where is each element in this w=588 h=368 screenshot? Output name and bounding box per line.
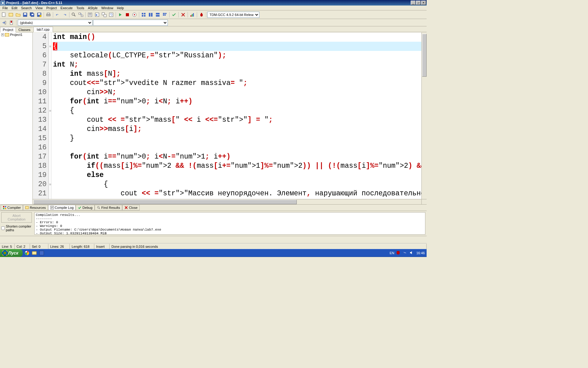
menu-file[interactable]: File bbox=[1, 6, 10, 10]
file-tab-lab7[interactable]: lab7.cpp bbox=[33, 27, 53, 32]
chart-icon[interactable] bbox=[189, 11, 196, 18]
print-icon[interactable] bbox=[45, 11, 52, 18]
task-devcpp-icon[interactable] bbox=[39, 250, 45, 256]
file-tabs: lab7.cpp bbox=[33, 26, 427, 32]
svg-rect-52 bbox=[3, 208, 4, 209]
task-explorer-icon[interactable] bbox=[31, 250, 37, 256]
run-icon[interactable]: ▶ bbox=[94, 11, 100, 18]
debug-icon[interactable] bbox=[117, 11, 124, 18]
status-sel: Sel: 0 bbox=[30, 244, 48, 249]
check-icon[interactable] bbox=[171, 11, 177, 18]
project-tree-root[interactable]: + Project1 bbox=[0, 33, 32, 37]
tab-resources[interactable]: Resources bbox=[23, 205, 48, 210]
redo-icon[interactable] bbox=[61, 11, 68, 18]
window-title: Project1 - [lab7.dev] - Dev-C++ 5.11 bbox=[6, 1, 411, 5]
bug-icon[interactable] bbox=[198, 11, 205, 18]
line-gutter[interactable]: 4567891011121314151617181920212223 bbox=[33, 33, 49, 199]
abort-compilation-button[interactable]: Abort Compilation bbox=[1, 212, 32, 223]
tab-project[interactable]: Project bbox=[0, 27, 16, 33]
menu-execute[interactable]: Execute bbox=[58, 6, 74, 10]
svg-rect-38 bbox=[164, 13, 166, 14]
tab-debug-out[interactable]: Debug bbox=[76, 205, 94, 210]
new-project-icon[interactable] bbox=[8, 11, 14, 18]
tray-network-icon[interactable] bbox=[403, 251, 408, 255]
tab-find-results[interactable]: Find Results bbox=[95, 205, 122, 210]
code-text[interactable]: int main(){ setlocale(LC_CTYPE,="str">"R… bbox=[52, 33, 421, 199]
vertical-scrollbar[interactable] bbox=[421, 33, 427, 199]
windows-icon bbox=[2, 251, 7, 255]
rebuild-icon[interactable] bbox=[108, 11, 115, 18]
svg-rect-24 bbox=[109, 13, 113, 17]
horizontal-scrollbar[interactable] bbox=[33, 199, 427, 204]
grid1-icon[interactable] bbox=[140, 11, 147, 18]
status-mode: Insert bbox=[94, 244, 110, 249]
menu-astyle[interactable]: AStyle bbox=[86, 6, 100, 10]
minimize-button[interactable]: _ bbox=[411, 1, 416, 5]
svg-point-28 bbox=[134, 14, 135, 15]
profile-icon[interactable] bbox=[131, 11, 138, 18]
find-icon[interactable] bbox=[70, 11, 77, 18]
separator bbox=[68, 11, 70, 18]
compiler-select[interactable]: TDM-GCC 4.9.2 64-bit Release bbox=[207, 12, 259, 18]
shorten-paths-checkbox[interactable]: Shorten compiler paths bbox=[1, 224, 32, 232]
tray-clock[interactable]: 16:46 bbox=[416, 251, 425, 255]
new-file-icon[interactable] bbox=[1, 11, 7, 18]
undo-icon[interactable] bbox=[54, 11, 61, 18]
menu-tools[interactable]: Tools bbox=[74, 6, 86, 10]
grid4-icon[interactable] bbox=[161, 11, 168, 18]
bookmark-icon[interactable] bbox=[8, 19, 15, 26]
menu-help[interactable]: Help bbox=[115, 6, 126, 10]
tab-compiler[interactable]: Compiler bbox=[1, 205, 23, 210]
resources-icon bbox=[25, 206, 29, 209]
menu-project[interactable]: Project bbox=[44, 6, 58, 10]
separator bbox=[115, 11, 117, 18]
svg-rect-42 bbox=[190, 15, 191, 17]
start-button[interactable]: Пуск bbox=[0, 249, 23, 257]
open-icon[interactable] bbox=[15, 11, 21, 18]
globals-select[interactable]: (globals) bbox=[18, 20, 92, 26]
close-tab-icon bbox=[124, 206, 128, 209]
save-as-icon[interactable] bbox=[36, 11, 43, 18]
code-area[interactable]: 4567891011121314151617181920212223 ⊟⊟⊟ i… bbox=[33, 33, 427, 199]
maximize-button[interactable]: ▱ bbox=[416, 1, 421, 5]
task-chrome-icon[interactable] bbox=[24, 250, 30, 256]
hscrollbar-thumb[interactable] bbox=[33, 200, 297, 204]
menu-search[interactable]: Search bbox=[19, 6, 34, 10]
tab-classes[interactable]: Classes bbox=[16, 27, 33, 32]
save-all-icon[interactable] bbox=[29, 11, 36, 18]
compiler-icon bbox=[3, 206, 6, 209]
svg-rect-50 bbox=[3, 206, 4, 207]
scrollbar-thumb[interactable] bbox=[422, 34, 427, 77]
taskbar: Пуск EN 16:46 bbox=[0, 249, 427, 257]
svg-rect-12 bbox=[47, 13, 50, 14]
goto-icon[interactable] bbox=[1, 19, 7, 26]
menu-view[interactable]: View bbox=[34, 6, 45, 10]
tray-volume-icon[interactable] bbox=[409, 251, 414, 255]
compile-output[interactable]: Compilation results... -------- - Errors… bbox=[34, 212, 425, 235]
symbol-select[interactable] bbox=[93, 20, 168, 26]
separator bbox=[178, 11, 179, 18]
fold-column[interactable]: ⊟⊟⊟ bbox=[49, 33, 52, 199]
tab-close[interactable]: Close bbox=[122, 205, 140, 210]
close-button[interactable]: ✕ bbox=[421, 1, 426, 5]
tray-shield-icon[interactable] bbox=[396, 251, 401, 255]
status-col: Col: 2 bbox=[15, 244, 30, 249]
expand-icon[interactable]: + bbox=[1, 33, 4, 36]
grid2-icon[interactable] bbox=[147, 11, 154, 18]
tab-compile-log[interactable]: Compile Log bbox=[48, 205, 76, 210]
project-tree[interactable]: + Project1 bbox=[0, 33, 33, 204]
grid3-icon[interactable] bbox=[154, 11, 161, 18]
find-results-icon bbox=[97, 206, 100, 209]
menu-window[interactable]: Window bbox=[100, 6, 115, 10]
status-length: Length: 618 bbox=[70, 244, 94, 249]
tray-lang[interactable]: EN bbox=[390, 251, 394, 255]
replace-icon[interactable] bbox=[77, 11, 84, 18]
menu-edit[interactable]: Edit bbox=[10, 6, 19, 10]
compile-run-icon[interactable] bbox=[101, 11, 107, 18]
status-lines: Lines: 26 bbox=[48, 244, 70, 249]
compile-icon[interactable] bbox=[87, 11, 93, 18]
svg-rect-63 bbox=[32, 251, 36, 255]
delete-icon[interactable] bbox=[180, 11, 187, 18]
stop-icon[interactable] bbox=[124, 11, 131, 18]
save-icon[interactable] bbox=[22, 11, 28, 18]
